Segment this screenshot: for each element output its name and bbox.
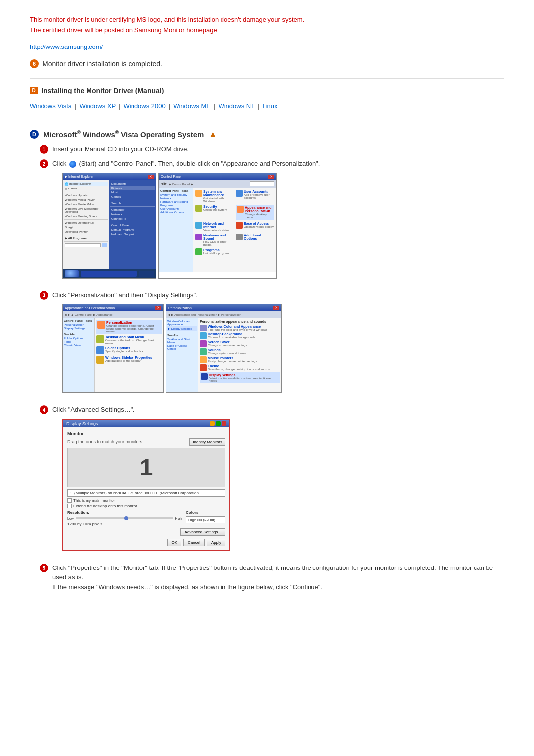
rp-item-8: Connect To xyxy=(110,217,155,221)
cat-desc-3: Check this system xyxy=(203,208,227,211)
ds-res-label: Resolution: xyxy=(67,510,182,515)
cat-text-6: Ease of Access Optimize visual display xyxy=(244,222,274,228)
ps-item-ease: Folder Options Specify single or double … xyxy=(96,346,162,354)
nav-sep-4: | xyxy=(214,102,215,110)
ps-r-icon-6 xyxy=(200,364,207,371)
cp-search xyxy=(250,181,274,186)
step-4-content: Click "Advanced Settings…". Display Sett… xyxy=(52,405,504,558)
ps-r-name-1: Windows Color and Appearance xyxy=(208,325,267,328)
rp-item-4: Games xyxy=(110,195,155,199)
menu-item-8: Download Printer xyxy=(64,230,108,234)
nav-link-me[interactable]: Windows ME xyxy=(173,102,211,110)
ds-monitor-number: 1 xyxy=(140,454,153,481)
ds-res-high: High xyxy=(175,517,182,520)
cat-icon-2 xyxy=(236,190,243,197)
step-3: 3 Click "Personalization" and then "Disp… xyxy=(30,290,504,400)
ds-display-dropdown[interactable]: 1. (Multiple Monitors) on NVIDIA GeForce… xyxy=(67,489,225,497)
ds-drag-text: Drag the icons to match your monitors. xyxy=(67,439,144,444)
os-section: D Microsoft® Windows® Vista Operating Sy… xyxy=(30,130,504,592)
ds-cb-main-monitor[interactable] xyxy=(67,498,72,503)
cat-desc-5: View network status xyxy=(203,229,234,232)
ps-item-text-taskbar: Taskbar and Start Menu Customize the tas… xyxy=(105,335,162,345)
ps-sidebar-item-1: Personalization xyxy=(64,323,93,326)
ds-resolution-value: 1280 by 1024 pixels xyxy=(67,522,182,526)
identify-monitors-btn[interactable]: Identify Monitors xyxy=(189,438,225,446)
cp-back: ◀ ▶ xyxy=(161,182,167,186)
cat-text-2: User Accounts Add or remove user account… xyxy=(244,190,274,199)
cat-text-3: Security Check this system xyxy=(203,205,227,211)
ps-r-item-1: Windows Color and Appearance Fine-tune t… xyxy=(200,325,280,331)
ps-titlebar-right: Personalization ✕ xyxy=(166,304,281,311)
ps-r-name-5: Mouse Pointers xyxy=(208,356,257,360)
ps-titlebar-left: Appearance and Personalization ✕ xyxy=(63,304,163,311)
ds-resolution-slider[interactable] xyxy=(76,517,173,519)
cat-text-1: System and Maintenance Get started with … xyxy=(203,190,234,203)
ps-item-title-ease: Folder Options xyxy=(105,346,143,350)
nav-link-vista[interactable]: Windows Vista xyxy=(30,102,72,110)
cat-icon-3 xyxy=(195,205,202,212)
step3-screenshots: Appearance and Personalization ✕ ◀ ▶ ▲ C… xyxy=(62,304,504,393)
ds-colors-dropdown[interactable]: Highest (32 bit) xyxy=(186,516,225,523)
ps-sidebar-see-label: See Also xyxy=(64,333,93,336)
nav-link-linux[interactable]: Linux xyxy=(263,102,278,110)
search-input-fake xyxy=(65,243,101,247)
ps-r-name-7: Display Settings xyxy=(209,373,279,377)
ps-close-left: ✕ xyxy=(155,306,161,310)
ps-r-icon-5 xyxy=(200,356,207,363)
step-num-2: 2 xyxy=(40,159,48,168)
cat-name-1: System and Maintenance xyxy=(203,190,234,197)
ps-main-left: Personalization Change desktop backgroun… xyxy=(95,318,163,392)
control-panel-screenshot: Control Panel ✕ ◀ ▶ ▶ Control Panel ▶ Co… xyxy=(158,173,277,279)
ds-slider-thumb xyxy=(124,516,128,520)
nav-link-2000[interactable]: Windows 2000 xyxy=(124,102,166,110)
ps-r-icon-2 xyxy=(200,332,207,339)
step2-screenshots: ▶ Internet Explorer ✕ 🌐 Internet Explore… xyxy=(62,173,504,279)
ps-sidebar-title: Control Panel Tasks xyxy=(64,319,93,322)
warning-icon: ▲ xyxy=(209,130,217,139)
cat-icon-1 xyxy=(195,190,202,197)
start-btn xyxy=(65,270,79,277)
step-4: 4 Click "Advanced Settings…". Display Se… xyxy=(30,405,504,558)
completed-section: 6 Monitor driver installation is complet… xyxy=(30,59,504,68)
ps-item-title-personalization: Personalization xyxy=(106,321,161,324)
cat-desc-1: Get started with Windows xyxy=(203,197,234,203)
nav-link-nt[interactable]: Windows NT xyxy=(218,102,255,110)
cat-name-9: Programs xyxy=(203,248,229,252)
menu-item-7: Snagit xyxy=(64,225,108,229)
ds-resolution-col: Resolution: Low High 1280 by 1024 pixels xyxy=(67,510,182,526)
system-tray xyxy=(139,271,154,277)
ps-sidebar-see-1: Folder Options xyxy=(64,337,93,340)
ps-title-right: Personalization xyxy=(168,306,192,310)
ps-item-text-ease: Folder Options Specify single or double … xyxy=(105,346,143,353)
step-num-4: 4 xyxy=(40,405,48,414)
cp-cat-8: Additional Options xyxy=(236,234,274,246)
start-icon xyxy=(69,161,76,168)
ds-ok-btn[interactable]: OK xyxy=(167,539,182,546)
cat-icon-5 xyxy=(195,222,202,229)
ds-controls-row: Resolution: Low High 1280 by 1024 pixels xyxy=(67,510,225,526)
step-3-content: Click "Personalization" and then "Displa… xyxy=(52,290,504,400)
menu-item-2: Windows Media Player xyxy=(64,198,108,202)
ds-colors-col: Colors Highest (32 bit) xyxy=(186,510,225,525)
ds-max-btn xyxy=(216,421,221,426)
cp-task-2: Network xyxy=(160,197,191,200)
ds-cb-extend[interactable] xyxy=(67,504,72,508)
nav-sep-5: | xyxy=(258,102,259,110)
cp-task-4: Programs xyxy=(160,204,191,207)
nav-link-xp[interactable]: Windows XP xyxy=(79,102,116,110)
notice-line2: The certified driver will be posted on S… xyxy=(30,25,504,36)
ds-apply-btn[interactable]: Apply xyxy=(207,539,225,546)
start-menu-screenshot: ▶ Internet Explorer ✕ 🌐 Internet Explore… xyxy=(62,173,156,279)
rp-divider-1 xyxy=(110,200,155,200)
ps-r-desc-4: Change system sound theme xyxy=(208,352,246,355)
nav-sep-3: | xyxy=(169,102,170,110)
ps-nav-left: ◀ ▶ ▲ Control Panel ▶ Appearance xyxy=(64,313,113,316)
ps-item-title-taskbar: Taskbar and Start Menu xyxy=(105,335,162,339)
ps-r-text-5: Mouse Pointers Easily change mouse point… xyxy=(208,356,257,363)
advanced-settings-btn[interactable]: Advanced Settings... xyxy=(180,528,225,536)
samsung-link[interactable]: http://www.samsung.com/ xyxy=(30,43,103,50)
taskbar-items xyxy=(81,271,137,277)
ds-cancel-btn[interactable]: Cancel xyxy=(183,539,205,546)
ps-r-icon-3 xyxy=(200,340,207,347)
ps-r-text-1: Windows Color and Appearance Fine-tune t… xyxy=(208,325,267,331)
